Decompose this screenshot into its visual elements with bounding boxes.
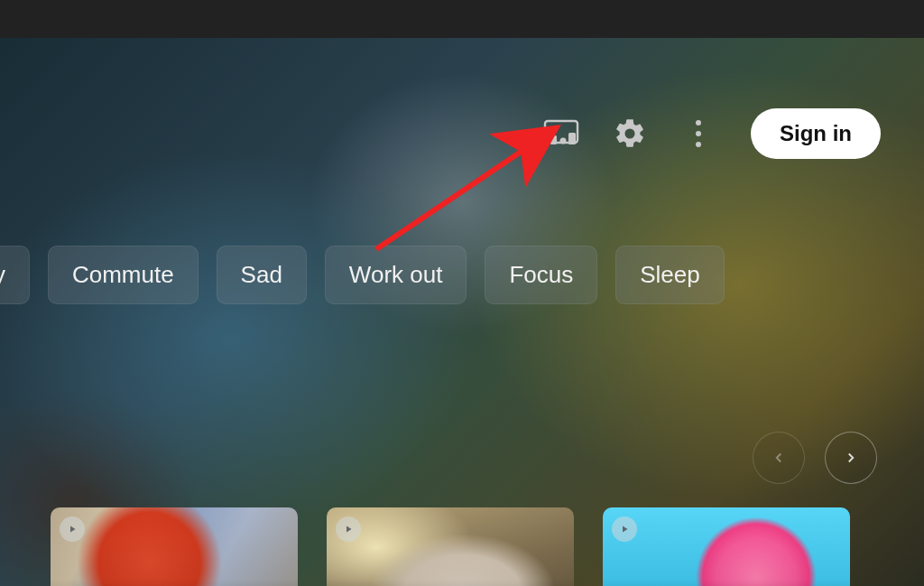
- svg-point-4: [696, 120, 701, 126]
- chip-item[interactable]: rty: [0, 246, 30, 304]
- playlist-card[interactable]: Easy Mornings:: [327, 507, 574, 586]
- svg-rect-1: [550, 135, 557, 144]
- window-top-bar: [0, 0, 924, 38]
- play-icon: [612, 516, 637, 542]
- card-shade: [51, 507, 298, 586]
- carousel-nav: [753, 432, 877, 484]
- header-actions: Sign in: [540, 108, 881, 159]
- chip-item[interactable]: Commute: [48, 246, 199, 304]
- chip-item[interactable]: Work out: [325, 246, 467, 304]
- prev-button[interactable]: [753, 432, 805, 484]
- svg-point-5: [696, 131, 701, 136]
- svg-rect-3: [568, 133, 576, 144]
- svg-point-2: [560, 138, 567, 144]
- play-icon: [336, 516, 361, 542]
- card-shade: [603, 507, 850, 586]
- more-options-icon[interactable]: [677, 112, 720, 155]
- playlist-cards-row: Feelin' Good: Easy Mornings: Poolside Po…: [51, 507, 850, 586]
- chip-item[interactable]: Focus: [485, 246, 597, 304]
- sign-in-button[interactable]: Sign in: [751, 108, 881, 159]
- mood-chips-row: rty Commute Sad Work out Focus Sleep: [0, 246, 725, 304]
- gear-icon[interactable]: [608, 112, 651, 155]
- next-button[interactable]: [825, 432, 877, 484]
- chip-item[interactable]: Sad: [217, 246, 307, 304]
- card-shade: [327, 507, 574, 586]
- play-icon: [60, 516, 85, 542]
- chip-item[interactable]: Sleep: [615, 246, 725, 304]
- cast-icon[interactable]: [540, 112, 583, 155]
- playlist-card[interactable]: Feelin' Good:: [51, 507, 298, 586]
- playlist-card[interactable]: Poolside Pop: [603, 507, 850, 586]
- main-content: Sign in rty Commute Sad Work out Focus S…: [0, 38, 924, 586]
- svg-point-6: [696, 142, 701, 147]
